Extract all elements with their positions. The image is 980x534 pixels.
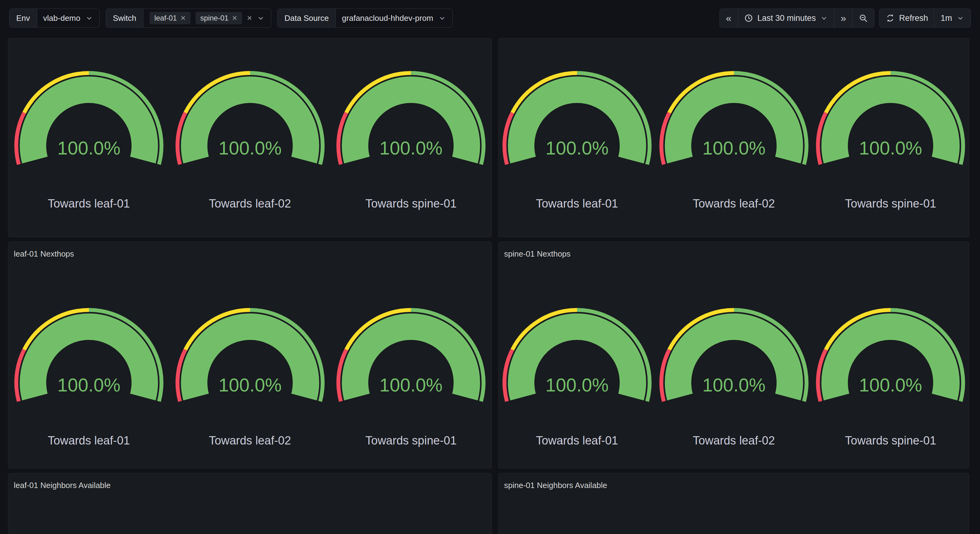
gauge-value: 100.0% [702,375,765,395]
gauge-chart: 100.0% [499,68,655,173]
gauge-chart: 100.0% [656,305,812,410]
panel-title[interactable]: leaf-01 Neighbors Available [8,473,492,491]
gauge-chart: 100.0% [333,305,489,410]
time-zoom-out-button[interactable] [853,9,874,27]
gauge-chart: 100.0% [656,68,812,173]
gauge-towards-leaf-02: 100.0% Towards leaf-02 [169,68,331,210]
gauge-value: 100.0% [546,375,609,395]
gauge-row: 100.0% Towards leaf-01 100.0% Towards le… [499,38,969,210]
time-shift-back-button[interactable]: « [720,9,738,27]
gauge-chart: 100.0% [499,305,655,410]
double-chevron-right-icon: » [840,13,846,24]
gauge-towards-leaf-01: 100.0% Towards leaf-01 [8,68,169,210]
datasource-variable-select[interactable]: Data Source grafanacloud-hhdev-prom [277,9,452,27]
refresh-button[interactable]: Refresh [880,9,935,27]
gauge-towards-spine-01: 100.0% Towards spine-01 [330,68,492,210]
chevron-down-icon [85,14,93,22]
gauge-label: Towards leaf-01 [48,434,130,447]
panel-row1-right: 100.0% Towards leaf-01 100.0% Towards le… [498,38,969,237]
panel-title[interactable]: spine-01 Nexthops [499,242,969,259]
gauge-label: Towards leaf-02 [209,197,291,210]
refresh-label: Refresh [899,13,928,23]
gauge-towards-leaf-01: 100.0% Towards leaf-01 [499,68,655,210]
chevron-down-icon [820,14,828,22]
gauge-row: 100.0% Towards leaf-01 100.0% Towards le… [8,259,492,447]
remove-chip-icon[interactable]: × [180,14,185,22]
time-picker-group: « Last 30 minutes » [719,9,874,27]
switch-variable-select[interactable]: Switch leaf-01 × spine-01 × × [106,9,271,27]
gauge-towards-leaf-02: 100.0% Towards leaf-02 [655,305,812,447]
switch-chip-spine-01[interactable]: spine-01 × [196,12,242,24]
gauge-chart: 100.0% [812,68,969,173]
refresh-interval-button[interactable]: 1m [934,9,970,27]
gauge-chart: 100.0% [172,305,328,410]
variable-controls: Env vlab-demo Switch leaf-01 × spine-01 … [9,9,453,27]
panel-leaf-01-nexthops: leaf-01 Nexthops 100.0% Towards leaf-01 [8,242,492,469]
time-controls: « Last 30 minutes » [719,9,971,27]
gauge-chart: 100.0% [11,68,167,173]
remove-chip-icon[interactable]: × [232,14,237,22]
panel-row1-left: 100.0% Towards leaf-01 100.0% Towards le… [8,38,492,237]
refresh-icon [886,13,895,23]
gauge-label: Towards leaf-02 [692,434,775,447]
gauge-chart: 100.0% [812,305,969,410]
gauge-label: Towards leaf-01 [48,197,130,210]
gauge-label: Towards leaf-01 [536,197,618,210]
time-range-label: Last 30 minutes [757,13,816,23]
gauge-label: Towards spine-01 [845,197,936,210]
env-variable-label: Env [10,9,37,27]
gauge-value: 100.0% [702,138,765,158]
gauge-value: 100.0% [379,375,442,395]
chevron-down-icon [438,14,446,22]
gauge-row: 100.0% Towards leaf-01 100.0% Towards le… [8,38,492,210]
gauge-towards-spine-01: 100.0% Towards spine-01 [812,305,969,447]
gauge-towards-leaf-01: 100.0% Towards leaf-01 [499,305,655,447]
panel-title[interactable]: leaf-01 Nexthops [8,242,492,259]
refresh-group: Refresh 1m [879,9,971,27]
gauge-chart: 100.0% [172,68,328,173]
gauge-label: Towards spine-01 [365,197,457,210]
gauge-row: 100.0% Towards leaf-01 100.0% Towards le… [499,259,969,447]
gauge-chart: 100.0% [11,305,167,410]
gauge-label: Towards leaf-02 [209,434,291,447]
clock-icon [744,13,753,23]
dashboard-controls-bar: Env vlab-demo Switch leaf-01 × spine-01 … [9,9,971,27]
zoom-out-icon [859,13,868,23]
gauge-value: 100.0% [57,138,121,158]
env-variable-select[interactable]: Env vlab-demo [9,9,100,27]
dashboard-grid: 100.0% Towards leaf-01 100.0% Towards le… [8,38,969,534]
env-variable-value: vlab-demo [43,13,80,23]
chevron-down-icon [956,14,964,22]
gauge-label: Towards spine-01 [845,434,936,447]
double-chevron-left-icon: « [726,13,732,24]
clear-all-icon[interactable]: × [247,14,252,22]
switch-variable-label: Switch [106,9,143,27]
gauge-value: 100.0% [379,138,442,158]
datasource-variable-label: Data Source [278,9,336,27]
switch-chip-leaf-01[interactable]: leaf-01 × [150,12,191,24]
switch-chip-text: spine-01 [200,14,229,22]
gauge-label: Towards leaf-01 [536,434,618,447]
gauge-towards-leaf-01: 100.0% Towards leaf-01 [8,305,169,447]
gauge-value: 100.0% [859,375,922,395]
panel-leaf-01-neighbors-available: leaf-01 Neighbors Available [8,473,492,534]
gauge-label: Towards spine-01 [365,434,457,447]
gauge-towards-leaf-02: 100.0% Towards leaf-02 [169,305,331,447]
refresh-interval-value: 1m [940,13,952,23]
gauge-value: 100.0% [218,375,281,395]
gauge-towards-spine-01: 100.0% Towards spine-01 [330,305,492,447]
time-range-picker-button[interactable]: Last 30 minutes [738,9,835,27]
panel-spine-01-neighbors-available: spine-01 Neighbors Available [498,473,969,534]
switch-chip-text: leaf-01 [154,14,177,22]
chevron-down-icon [257,14,265,22]
panel-title[interactable]: spine-01 Neighbors Available [499,473,969,491]
datasource-variable-value: grafanacloud-hhdev-prom [342,13,433,23]
gauge-value: 100.0% [218,138,281,158]
gauge-value: 100.0% [546,138,609,158]
time-shift-forward-button[interactable]: » [834,9,853,27]
gauge-value: 100.0% [57,375,121,395]
gauge-towards-leaf-02: 100.0% Towards leaf-02 [655,68,812,210]
gauge-value: 100.0% [859,138,922,158]
gauge-towards-spine-01: 100.0% Towards spine-01 [812,68,969,210]
gauge-label: Towards leaf-02 [692,197,775,210]
